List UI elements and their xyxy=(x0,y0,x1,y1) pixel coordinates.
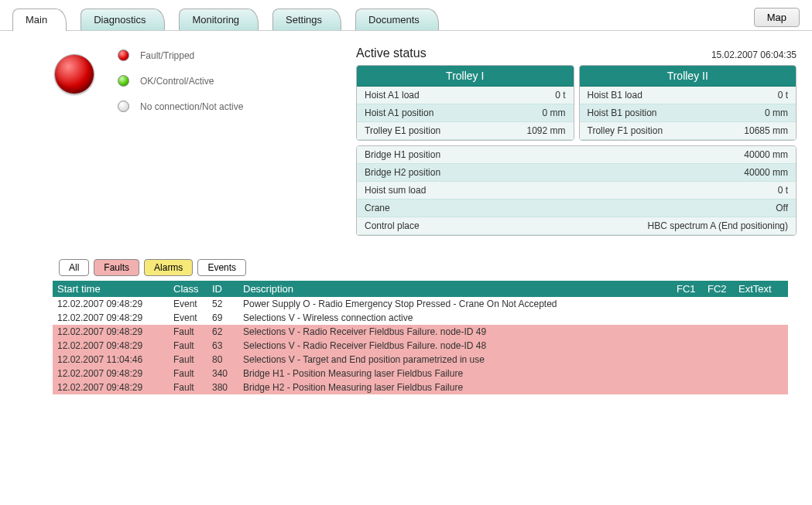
cell-class: Fault xyxy=(169,367,207,380)
table-row[interactable]: 12.02.2007 09:48:29Fault340Bridge H1 - P… xyxy=(53,367,788,380)
trolley-2-row: Hoist B1 position0 mm xyxy=(580,104,797,122)
bridge-label: Hoist sum load xyxy=(365,185,426,196)
trolley-2-value: 0 mm xyxy=(765,107,788,118)
cell-extra xyxy=(672,353,703,367)
filter-all-button[interactable]: All xyxy=(59,259,89,276)
event-table: Start time Class ID Description FC1 FC2 … xyxy=(53,281,788,394)
trolley-2-value: 10685 mm xyxy=(744,125,788,136)
cell-desc: Selections V - Radio Receiver Fieldbus F… xyxy=(238,325,672,339)
trolley-2-box: Trolley II Hoist B1 load0 tHoist B1 posi… xyxy=(579,65,797,141)
cell-desc: Bridge H2 - Position Measuring laser Fie… xyxy=(238,380,672,394)
bridge-value: 40000 mm xyxy=(744,149,788,160)
cell-start: 12.02.2007 11:04:46 xyxy=(53,353,169,367)
legend-ok-label: OK/Control/Active xyxy=(140,76,214,87)
cell-extra xyxy=(672,339,703,353)
col-start-time[interactable]: Start time xyxy=(53,281,169,297)
cell-start: 12.02.2007 09:48:29 xyxy=(53,297,169,311)
cell-extra xyxy=(703,311,734,325)
col-fc2[interactable]: FC2 xyxy=(703,281,734,297)
map-button[interactable]: Map xyxy=(754,8,800,27)
tab-settings[interactable]: Settings xyxy=(272,9,341,30)
table-row[interactable]: 12.02.2007 11:04:46Fault80Selections V -… xyxy=(53,353,788,367)
table-row[interactable]: 12.02.2007 09:48:29Event52Power Supply O… xyxy=(53,297,788,311)
table-row[interactable]: 12.02.2007 09:48:29Fault62Selections V -… xyxy=(53,325,788,339)
cell-desc: Selections V - Target and End position p… xyxy=(238,353,672,367)
cell-extra xyxy=(734,311,788,325)
trolley-2-value: 0 t xyxy=(778,90,788,101)
trolley-2-row: Hoist B1 load0 t xyxy=(580,87,797,104)
cell-extra xyxy=(703,325,734,339)
status-timestamp: 15.02.2007 06:04:35 xyxy=(711,46,797,60)
status-title: Active status xyxy=(356,46,427,60)
filter-events-button[interactable]: Events xyxy=(197,259,246,276)
trolley-2-label: Hoist B1 position xyxy=(588,107,657,118)
cell-id: 380 xyxy=(207,380,238,394)
bridge-row: Control placeHBC spectrum A (End positio… xyxy=(357,217,796,235)
cell-extra xyxy=(703,339,734,353)
trolley-1-label: Hoist A1 position xyxy=(365,107,433,118)
event-table-header: Start time Class ID Description FC1 FC2 … xyxy=(53,281,788,297)
led-red-icon xyxy=(118,49,129,61)
filter-alarms-button[interactable]: Alarms xyxy=(144,259,193,276)
cell-start: 12.02.2007 09:48:29 xyxy=(53,325,169,339)
bridge-row: CraneOff xyxy=(357,200,796,217)
trolley-1-value: 1092 mm xyxy=(526,125,565,136)
trolley-1-label: Hoist A1 load xyxy=(365,90,420,101)
col-description[interactable]: Description xyxy=(238,281,672,297)
status-led-icon xyxy=(54,54,94,94)
trolley-1-label: Trolley E1 position xyxy=(365,125,440,136)
tab-monitoring[interactable]: Monitoring xyxy=(179,9,259,30)
col-class[interactable]: Class xyxy=(169,281,207,297)
tab-bar: Main Diagnostics Monitoring Settings Doc… xyxy=(0,0,812,31)
cell-desc: Selections V - Wireless connection activ… xyxy=(238,311,672,325)
bridge-row: Hoist sum load0 t xyxy=(357,182,796,200)
bridge-value: 0 t xyxy=(778,185,788,196)
cell-id: 69 xyxy=(207,311,238,325)
cell-extra xyxy=(734,297,788,311)
trolley-1-value: 0 t xyxy=(555,90,565,101)
cell-class: Event xyxy=(169,311,207,325)
bridge-label: Bridge H1 position xyxy=(365,149,440,160)
cell-extra xyxy=(734,325,788,339)
trolley-1-header: Trolley I xyxy=(357,66,574,87)
cell-desc: Power Supply O - Radio Emergency Stop Pr… xyxy=(238,297,672,311)
legend-none-label: No connection/Not active xyxy=(140,101,243,112)
cell-id: 62 xyxy=(207,325,238,339)
legend-fault-label: Fault/Tripped xyxy=(140,50,194,61)
cell-extra xyxy=(672,380,703,394)
cell-id: 52 xyxy=(207,297,238,311)
cell-class: Fault xyxy=(169,325,207,339)
tab-diagnostics[interactable]: Diagnostics xyxy=(81,9,165,30)
event-filter-bar: All Faults Alarms Events xyxy=(0,244,812,281)
tab-documents[interactable]: Documents xyxy=(355,9,439,30)
table-row[interactable]: 12.02.2007 09:48:29Fault380Bridge H2 - P… xyxy=(53,380,788,394)
cell-id: 63 xyxy=(207,339,238,353)
trolley-1-row: Hoist A1 position0 mm xyxy=(357,104,574,122)
cell-desc: Bridge H1 - Position Measuring laser Fie… xyxy=(238,367,672,380)
trolley-2-label: Hoist B1 load xyxy=(588,90,642,101)
trolley-2-header: Trolley II xyxy=(580,66,797,87)
cell-extra xyxy=(703,297,734,311)
trolley-2-label: Trolley F1 position xyxy=(588,125,663,136)
filter-faults-button[interactable]: Faults xyxy=(94,259,139,276)
cell-extra xyxy=(734,353,788,367)
col-exttext[interactable]: ExtText xyxy=(734,281,788,297)
legend-fault: Fault/Tripped xyxy=(118,49,243,61)
trolley-1-box: Trolley I Hoist A1 load0 tHoist A1 posit… xyxy=(356,65,574,141)
led-green-icon xyxy=(118,75,129,87)
trolley-1-row: Hoist A1 load0 t xyxy=(357,87,574,104)
col-id[interactable]: ID xyxy=(207,281,238,297)
tab-main[interactable]: Main xyxy=(12,9,67,31)
table-row[interactable]: 12.02.2007 09:48:29Fault63Selections V -… xyxy=(53,339,788,353)
cell-class: Fault xyxy=(169,380,207,394)
legend-none: No connection/Not active xyxy=(118,101,243,112)
table-row[interactable]: 12.02.2007 09:48:29Event69Selections V -… xyxy=(53,311,788,325)
cell-extra xyxy=(734,380,788,394)
cell-extra xyxy=(703,353,734,367)
bridge-row: Bridge H2 position40000 mm xyxy=(357,164,796,182)
bridge-value: 40000 mm xyxy=(744,167,788,178)
cell-extra xyxy=(703,380,734,394)
col-fc1[interactable]: FC1 xyxy=(672,281,703,297)
bridge-value: HBC spectrum A (End positioning) xyxy=(648,220,788,231)
cell-desc: Selections V - Radio Receiver Fieldbus F… xyxy=(238,339,672,353)
